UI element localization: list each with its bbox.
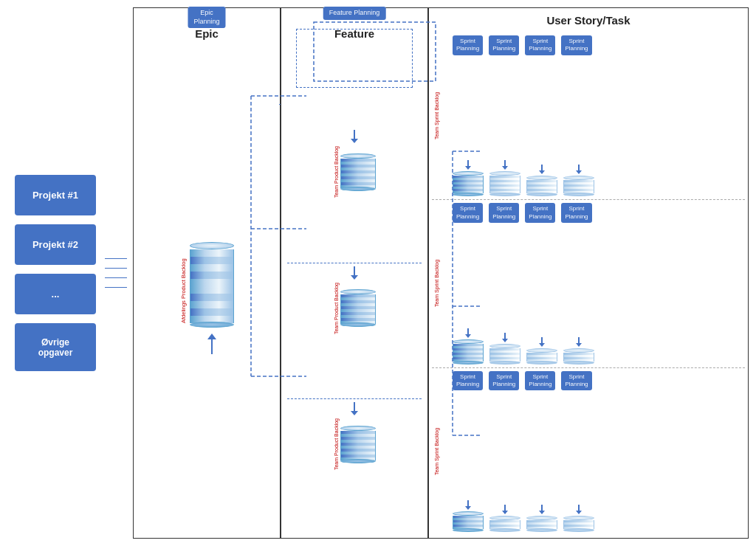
connector-line-3 xyxy=(105,277,127,278)
team-backlog-2: Team Product Backlog xyxy=(334,283,376,334)
stack-body xyxy=(190,249,234,323)
al xyxy=(541,337,543,343)
ah xyxy=(539,343,545,347)
s24-body xyxy=(563,353,594,362)
us-section-3: SprintPlanning SprintPlanning SprintPlan… xyxy=(432,368,745,535)
ss-body xyxy=(453,176,484,193)
al xyxy=(467,160,469,166)
arrow-up-line xyxy=(211,339,213,354)
team-stack-3 xyxy=(340,426,376,463)
tsb-label-2: Team Sprint Backlog xyxy=(434,260,439,307)
up-arrow xyxy=(207,334,216,354)
team-stack-2 xyxy=(340,289,376,327)
ah xyxy=(502,511,508,514)
userstory-sections: SprintPlanning SprintPlanning SprintPlan… xyxy=(429,30,748,538)
sa1 xyxy=(465,160,471,170)
al xyxy=(541,165,543,170)
sprint-stack-3-4 xyxy=(563,505,594,532)
ts2-body xyxy=(340,294,376,324)
ts3-bottom xyxy=(340,459,376,463)
ss3-bottom xyxy=(526,193,557,196)
sprint-badge-1-1: SprintPlanning xyxy=(453,35,483,55)
sprint-stacks-row-2 xyxy=(453,227,742,364)
projects-area: Projekt #1 Projekt #2 ... Øvrigeopgaver xyxy=(7,7,133,539)
ah xyxy=(576,170,582,174)
ah xyxy=(539,170,545,174)
sprint-badge-1-3: SprintPlanning xyxy=(525,35,555,55)
ss4-bottom xyxy=(563,193,594,196)
arrow-head xyxy=(351,139,358,143)
al xyxy=(578,337,580,343)
sa4 xyxy=(576,165,582,174)
afdelings-label: Afdelings Product Backlog xyxy=(180,232,187,350)
stack-bottom-ellipse xyxy=(190,322,234,328)
ts2-bottom xyxy=(340,322,376,327)
main-container: Projekt #1 Projekt #2 ... Øvrigeopgaver … xyxy=(0,0,756,546)
epic-content: Afdelings Product Backlog xyxy=(173,43,241,538)
sprint-stack-1-3 xyxy=(526,165,557,196)
ts3-body xyxy=(340,431,376,460)
ah xyxy=(576,511,582,514)
project-ovrige: Øvrigeopgaver xyxy=(15,323,96,371)
al xyxy=(504,160,506,166)
ss2-bottom xyxy=(489,193,520,196)
al xyxy=(504,505,506,511)
s21-body xyxy=(453,344,484,362)
team-backlog-label-3: Team Product Backlog xyxy=(334,418,339,470)
s32-bottom xyxy=(489,528,520,532)
sprint-stack-2-1 xyxy=(453,328,484,364)
team-backlog-1: Team Product Backlog xyxy=(334,146,376,198)
s22-body xyxy=(489,348,520,362)
tsb-label-3: Team Sprint Backlog xyxy=(434,428,439,475)
s24-bottom xyxy=(563,361,594,364)
sprint-badge-3-4: SprintPlanning xyxy=(561,371,591,391)
sprint-stack-2-4 xyxy=(563,337,594,364)
ah xyxy=(576,343,582,347)
sprint-stack-1-1 xyxy=(453,160,484,196)
us-section-2: SprintPlanning SprintPlanning SprintPlan… xyxy=(432,200,745,367)
sprint-stack-3-1 xyxy=(453,500,484,532)
project-1: Projekt #1 xyxy=(15,175,96,215)
userstory-column: User Story/Task SprintPlanning SprintPla… xyxy=(428,7,749,539)
ss-bottom xyxy=(453,193,484,196)
epic-column: EpicPlanning Epic Afdelings Product Back… xyxy=(133,7,281,539)
ss2-body xyxy=(489,176,520,193)
epic-planning-badge: EpicPlanning xyxy=(188,7,225,28)
s34-bottom xyxy=(563,528,594,532)
sprint-badge-2-1: SprintPlanning xyxy=(453,203,483,223)
sprint-badge-3-3: SprintPlanning xyxy=(525,371,555,391)
al xyxy=(467,500,469,506)
sprint-stack-1-2 xyxy=(489,160,520,196)
epic-stack xyxy=(190,242,234,354)
connector-line-4 xyxy=(105,287,127,288)
sprint-badge-1-4: SprintPlanning xyxy=(561,35,591,55)
arrow-down-3 xyxy=(351,402,358,415)
sprint-stacks-row-1 xyxy=(453,60,742,197)
al xyxy=(578,505,580,511)
arrow-down-2 xyxy=(351,266,358,280)
ah xyxy=(502,166,508,170)
ah xyxy=(539,511,545,514)
ah xyxy=(465,506,471,510)
s22-bottom xyxy=(489,361,520,364)
feature-column: Feature Planning Feature Team Product Ba… xyxy=(281,7,428,539)
userstory-column-title: User Story/Task xyxy=(429,8,748,30)
team-backlog-label-2: Team Product Backlog xyxy=(334,283,339,334)
arrow-up-head xyxy=(207,334,216,339)
ss4-body xyxy=(563,180,594,193)
sprint-badges-row-1: SprintPlanning SprintPlanning SprintPlan… xyxy=(453,35,742,55)
ts-bottom xyxy=(340,187,376,191)
s33-bottom xyxy=(526,528,557,532)
sprint-stack-3-2 xyxy=(489,505,520,532)
al xyxy=(541,505,543,511)
team-backlog-label-1: Team Product Backlog xyxy=(334,146,339,198)
us-section-1: SprintPlanning SprintPlanning SprintPlan… xyxy=(432,32,745,200)
arrow-head xyxy=(351,411,358,415)
sprint-badge-3-1: SprintPlanning xyxy=(453,371,483,391)
connectors xyxy=(105,170,127,376)
connector-line-1 xyxy=(105,258,127,259)
al xyxy=(578,165,580,170)
ah xyxy=(502,339,508,342)
ts-top xyxy=(340,153,376,159)
arrow-line xyxy=(354,402,355,411)
